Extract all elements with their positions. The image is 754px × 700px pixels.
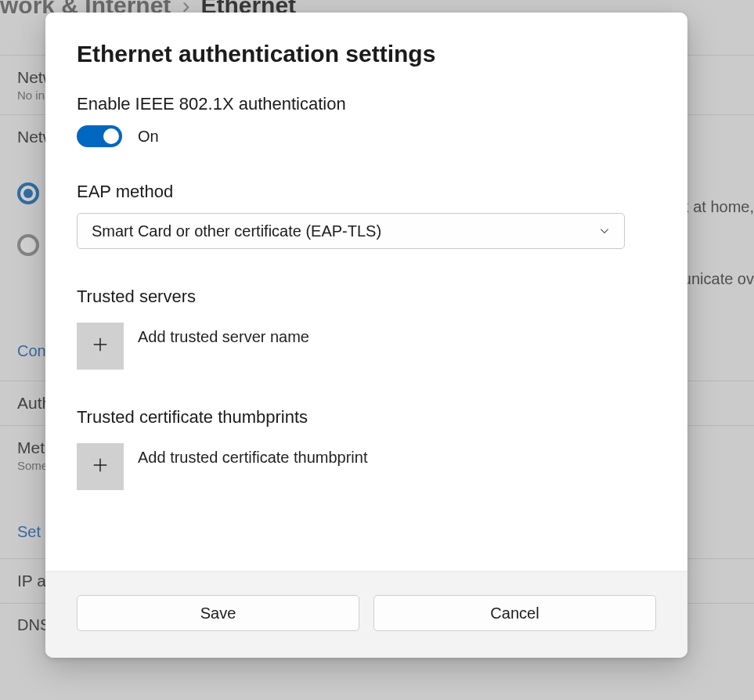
add-trusted-thumbprint-label: Add trusted certificate thumbprint: [138, 449, 367, 467]
trusted-servers-heading: Trusted servers: [77, 287, 656, 307]
dialog-footer: Save Cancel: [45, 571, 687, 658]
add-trusted-server-label: Add trusted server name: [138, 328, 309, 346]
save-button[interactable]: Save: [77, 595, 359, 631]
eap-method-value: Smart Card or other certificate (EAP-TLS…: [92, 222, 381, 240]
dialog-title: Ethernet authentication settings: [77, 41, 656, 67]
toggle-state-text: On: [138, 128, 159, 146]
chevron-down-icon: [599, 222, 610, 240]
enable-8021x-label: Enable IEEE 802.1X authentication: [77, 94, 656, 114]
eap-method-label: EAP method: [77, 182, 656, 202]
add-trusted-thumbprint-button[interactable]: [77, 443, 124, 490]
cancel-button[interactable]: Cancel: [373, 595, 656, 631]
ethernet-auth-dialog: Ethernet authentication settings Enable …: [45, 13, 687, 658]
plus-icon: [92, 336, 109, 356]
trusted-thumbprints-heading: Trusted certificate thumbprints: [77, 407, 656, 428]
eap-method-select[interactable]: Smart Card or other certificate (EAP-TLS…: [77, 213, 625, 249]
toggle-knob: [103, 128, 119, 144]
add-trusted-server-button[interactable]: [77, 323, 124, 370]
plus-icon: [92, 456, 109, 477]
enable-8021x-toggle[interactable]: [77, 125, 122, 147]
